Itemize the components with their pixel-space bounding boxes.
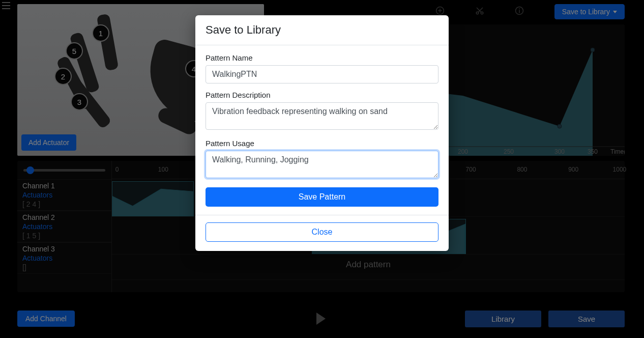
save-to-library-modal: Save to Library Pattern Name Pattern Des… <box>195 15 449 251</box>
pattern-usage-label: Pattern Usage <box>206 139 438 148</box>
modal-header: Save to Library <box>195 15 449 45</box>
pattern-name-label: Pattern Name <box>206 53 438 62</box>
modal-body: Pattern Name Pattern Description Pattern… <box>195 45 449 215</box>
close-button[interactable]: Close <box>206 222 438 242</box>
modal-footer: Close <box>195 215 449 251</box>
pattern-description-input[interactable] <box>206 102 438 130</box>
pattern-description-label: Pattern Description <box>206 91 438 99</box>
save-pattern-button[interactable]: Save Pattern <box>206 187 438 207</box>
pattern-name-input[interactable] <box>206 65 438 83</box>
pattern-usage-input[interactable] <box>206 151 438 178</box>
app-root: Save to Library 1 5 2 3 4 Add Actuator 2… <box>0 0 644 338</box>
modal-title: Save to Library <box>206 23 438 37</box>
